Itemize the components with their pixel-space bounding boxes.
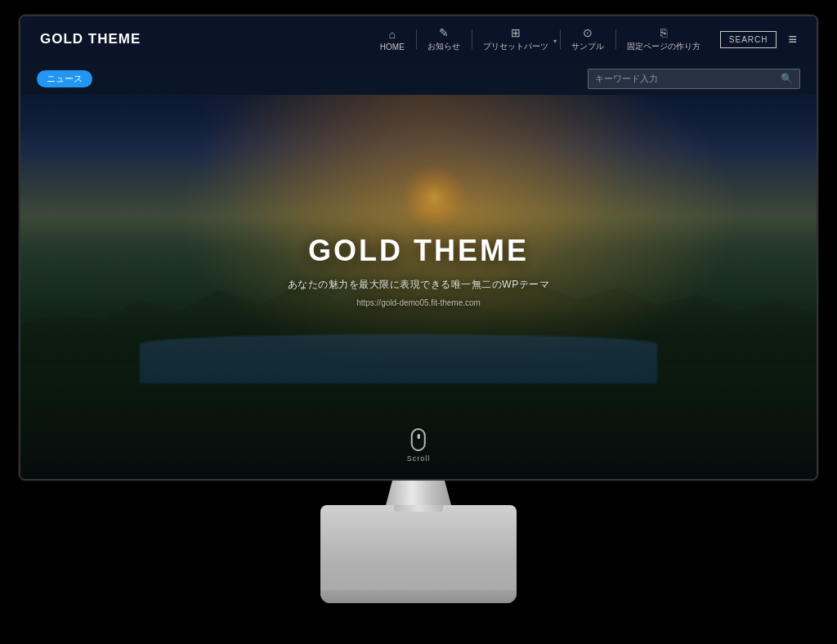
hero-title: GOLD THEME: [308, 234, 529, 268]
search-button[interactable]: SEARCH: [720, 31, 777, 48]
nav-item-sample[interactable]: ⊙ サンプル: [560, 26, 615, 52]
nav-item-home[interactable]: ⌂ HOME: [369, 28, 416, 51]
scroll-indicator: Scroll: [407, 428, 431, 463]
page-icon: ⎘: [660, 26, 667, 39]
nav-label-sample: サンプル: [571, 41, 604, 52]
nav-item-preset[interactable]: ⊞ プリセットパーツ: [472, 26, 560, 52]
search-icon: 🔍: [781, 73, 793, 84]
search-bar[interactable]: キーワード入力 🔍: [588, 69, 800, 89]
home-icon: ⌂: [389, 28, 396, 41]
nav-item-news[interactable]: ✎ お知らせ: [416, 26, 472, 52]
stand-base: [320, 505, 517, 603]
nav-label-fixed: 固定ページの作り方: [627, 41, 700, 52]
news-badge[interactable]: ニュース: [37, 70, 92, 87]
scroll-mouse-icon: [411, 428, 426, 451]
hamburger-menu-icon[interactable]: ≡: [788, 31, 797, 48]
hero-subtitle: あなたの魅力を最大限に表現できる唯一無二のWPテーマ: [288, 278, 549, 292]
nav-item-fixed[interactable]: ⎘ 固定ページの作り方: [615, 26, 712, 52]
hero-content: GOLD THEME あなたの魅力を最大限に表現できる唯一無二のWPテーマ ht…: [20, 95, 817, 479]
monitor-screen: GOLD THEME ⌂ HOME ✎ お知らせ ⊞ プリセットパーツ: [19, 15, 818, 481]
monitor-stand: [320, 481, 517, 611]
search-placeholder: キーワード入力: [595, 73, 781, 85]
nav-label-home: HOME: [380, 42, 405, 51]
sub-bar: ニュース キーワード入力 🔍: [20, 62, 817, 95]
circle-icon: ⊙: [583, 26, 593, 39]
site-logo[interactable]: GOLD THEME: [40, 31, 141, 47]
grid-icon: ⊞: [511, 26, 521, 39]
hero-url: https://gold-demo05.fit-theme.com: [356, 298, 481, 307]
edit-icon: ✎: [439, 26, 449, 39]
nav-bar: GOLD THEME ⌂ HOME ✎ お知らせ ⊞ プリセットパーツ: [20, 16, 817, 62]
scroll-label: Scroll: [407, 454, 431, 463]
hero-section: GOLD THEME あなたの魅力を最大限に表現できる唯一無二のWPテーマ ht…: [20, 95, 817, 479]
website: GOLD THEME ⌂ HOME ✎ お知らせ ⊞ プリセットパーツ: [20, 16, 817, 479]
nav-items: ⌂ HOME ✎ お知らせ ⊞ プリセットパーツ ⊙ サンプル: [369, 26, 712, 52]
stand-neck: [386, 481, 451, 505]
nav-label-preset: プリセットパーツ: [483, 41, 548, 52]
stand-base-bottom: [320, 590, 517, 603]
monitor-wrapper: GOLD THEME ⌂ HOME ✎ お知らせ ⊞ プリセットパーツ: [0, 0, 837, 644]
nav-label-news: お知らせ: [427, 41, 460, 52]
